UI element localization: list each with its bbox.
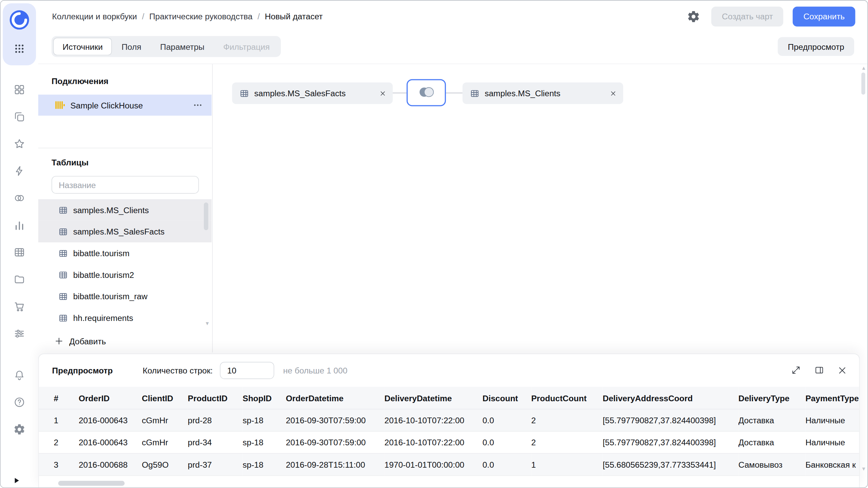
preview-table-wrap: #OrderIDClientIDProductIDShopIDOrderDate… bbox=[39, 387, 859, 479]
table-cell: 2016-000643 bbox=[79, 409, 142, 431]
table-cell: Доставка bbox=[738, 409, 806, 431]
app-window: Коллекции и воркбуки/Практические руково… bbox=[0, 0, 868, 488]
remove-table-button[interactable] bbox=[610, 90, 617, 97]
column-header: DeliveryDatetime bbox=[384, 387, 482, 409]
table-cell: 2016-09-30T07:59:00 bbox=[286, 409, 384, 431]
table-list-item[interactable]: samples.MS_SalesFacts bbox=[38, 221, 212, 242]
row-count-hint: не больше 1 000 bbox=[283, 365, 348, 375]
add-table-label: Добавить bbox=[69, 336, 106, 346]
sliders-icon[interactable] bbox=[9, 324, 29, 344]
table-name: bibattle.tourism bbox=[73, 248, 130, 258]
column-header: ProductID bbox=[188, 387, 243, 409]
table-cell: prd-28 bbox=[188, 409, 243, 431]
remove-table-button[interactable] bbox=[379, 90, 386, 97]
settings-gear-button[interactable] bbox=[685, 8, 702, 25]
table-icon bbox=[58, 227, 68, 237]
chart-icon[interactable] bbox=[9, 215, 29, 235]
scroll-down-arrow-icon[interactable]: ▾ bbox=[862, 466, 865, 472]
sources-panel: Подключения Sample ClickHouse Таблицы sa… bbox=[38, 64, 213, 352]
preview-actions bbox=[791, 365, 847, 375]
breadcrumb-item[interactable]: Практические руководства bbox=[149, 12, 253, 21]
table-header-row: #OrderIDClientIDProductIDShopIDOrderDate… bbox=[39, 387, 859, 409]
tab-fields[interactable]: Поля bbox=[112, 38, 151, 55]
table-cell: 2016-000643 bbox=[79, 431, 142, 453]
scale-wrapper: Коллекции и воркбуки/Практические руково… bbox=[0, 0, 868, 488]
breadcrumb-separator: / bbox=[257, 12, 260, 21]
expand-preview-button[interactable] bbox=[791, 365, 801, 375]
circles-icon[interactable] bbox=[9, 188, 29, 208]
connection-item[interactable]: Sample ClickHouse bbox=[38, 95, 212, 116]
table-cell: prd-37 bbox=[188, 453, 243, 475]
table-row: 32016-000688Og59Oprd-37sp-182016-09-28T1… bbox=[39, 453, 859, 475]
table-name: samples.MS_SalesFacts bbox=[73, 227, 165, 236]
tab-parameters[interactable]: Параметры bbox=[151, 38, 214, 55]
close-preview-button[interactable] bbox=[837, 365, 847, 375]
datalens-logo[interactable] bbox=[7, 8, 32, 32]
table-list-item[interactable]: samples.MS_Clients bbox=[38, 199, 212, 221]
horizontal-scrollbar-thumb[interactable] bbox=[58, 481, 125, 486]
bolt-icon[interactable] bbox=[9, 161, 29, 181]
table-cell: 3 bbox=[39, 453, 79, 475]
list-scrollbar-thumb[interactable] bbox=[204, 203, 208, 230]
table-icon bbox=[470, 88, 479, 98]
layers-icon[interactable] bbox=[9, 107, 29, 127]
column-header: OrderID bbox=[79, 387, 142, 409]
table-cell: 2016-10-10T07:22:00 bbox=[384, 431, 482, 453]
table-name: samples.MS_Clients bbox=[73, 205, 149, 215]
logo-block bbox=[3, 3, 36, 65]
connection-more-button[interactable] bbox=[192, 99, 204, 111]
apps-grid-icon[interactable] bbox=[9, 39, 29, 59]
tab-sources[interactable]: Источники bbox=[53, 38, 112, 55]
vertical-scrollbar: ▴ ▾ bbox=[861, 68, 866, 483]
column-header: PaymentType bbox=[805, 387, 859, 409]
breadcrumb-item: Новый датасет bbox=[265, 12, 323, 21]
star-icon[interactable] bbox=[9, 134, 29, 154]
preview-title: Предпросмотр bbox=[52, 365, 113, 375]
table-cell: 1970-01-01T00:00:00 bbox=[384, 453, 482, 475]
sidebar-nav bbox=[9, 80, 29, 344]
table-list-item[interactable]: hh.requirements bbox=[38, 307, 212, 329]
table-list-item[interactable]: bibattle.tourism2 bbox=[38, 264, 212, 286]
save-button[interactable]: Сохранить bbox=[793, 6, 855, 26]
bell-icon[interactable] bbox=[9, 365, 29, 385]
breadcrumb-item[interactable]: Коллекции и воркбуки bbox=[52, 12, 137, 21]
table-cell: [55.797790827,37.824400398] bbox=[603, 409, 738, 431]
help-icon[interactable] bbox=[9, 392, 29, 412]
scroll-up-arrow-icon[interactable]: ▴ bbox=[862, 65, 865, 71]
plus-icon bbox=[54, 336, 64, 346]
preview-toggle-button[interactable]: Предпросмотр bbox=[778, 37, 854, 56]
vertical-scrollbar-thumb[interactable] bbox=[861, 73, 865, 95]
column-header: ClientID bbox=[142, 387, 188, 409]
table-name: bibattle.tourism_raw bbox=[73, 291, 147, 301]
preview-panel: Предпросмотр Количество строк: не больше… bbox=[38, 353, 860, 487]
table-search-input[interactable] bbox=[52, 176, 199, 194]
dataset-node-sales-facts[interactable]: samples.MS_SalesFacts bbox=[232, 82, 393, 104]
folder-icon[interactable] bbox=[9, 269, 29, 289]
create-chart-button[interactable]: Создать чарт bbox=[711, 6, 784, 26]
table-cell: 1 bbox=[531, 453, 603, 475]
table-list-item[interactable]: bibattle.tourism bbox=[38, 242, 212, 264]
dataset-node-clients[interactable]: samples.MS_Clients bbox=[462, 82, 623, 104]
cart-icon[interactable] bbox=[9, 297, 29, 317]
dock-preview-button[interactable] bbox=[814, 365, 824, 375]
row-count-input[interactable] bbox=[220, 362, 274, 379]
tab-filtering[interactable]: Фильтрация bbox=[214, 38, 279, 55]
squares-icon[interactable] bbox=[9, 80, 29, 100]
table-cell: Банковская к bbox=[805, 453, 859, 475]
table-cell: sp-18 bbox=[243, 409, 286, 431]
gear-icon[interactable] bbox=[9, 420, 29, 440]
grid-icon[interactable] bbox=[9, 242, 29, 262]
add-table-button[interactable]: Добавить bbox=[38, 331, 110, 350]
table-name: hh.requirements bbox=[73, 313, 133, 323]
table-cell: 2 bbox=[531, 431, 603, 453]
collapse-sidebar-button[interactable] bbox=[12, 475, 25, 486]
table-cell: 2016-09-30T07:59:00 bbox=[286, 431, 384, 453]
node-label: samples.MS_SalesFacts bbox=[254, 88, 372, 98]
breadcrumb: Коллекции и воркбуки/Практические руково… bbox=[52, 12, 323, 21]
scroll-down-arrow-icon[interactable]: ▾ bbox=[206, 320, 209, 326]
sidebar-bottom-nav bbox=[9, 365, 29, 440]
table-cell: Наличные bbox=[805, 431, 859, 453]
table-list-item[interactable]: bibattle.tourism_raw bbox=[38, 285, 212, 307]
column-header: ProductCount bbox=[531, 387, 603, 409]
join-type-button[interactable] bbox=[407, 79, 446, 106]
